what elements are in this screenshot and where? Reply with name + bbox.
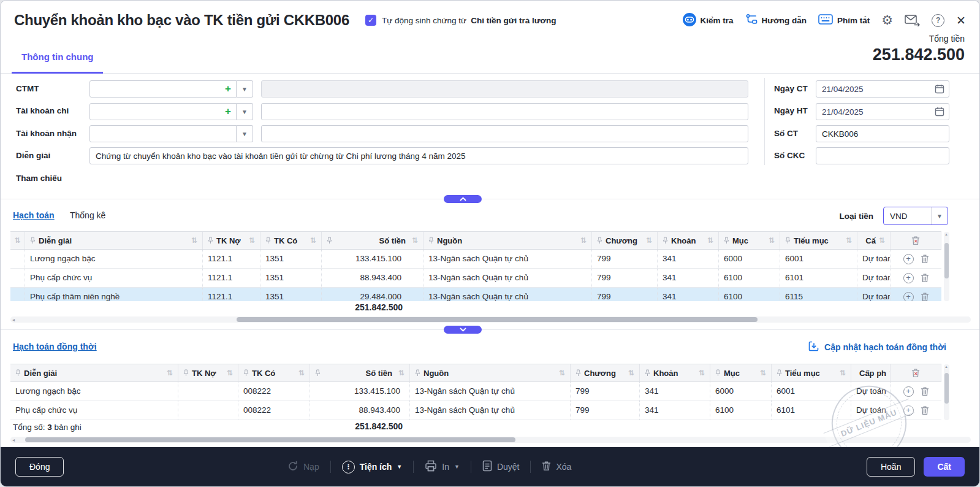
row-actions[interactable]: + <box>891 288 941 301</box>
dien-giai-field[interactable] <box>89 147 748 164</box>
delete-all-column-header[interactable]: ✕ <box>891 364 941 382</box>
cell-nguon: 13-Ngân sách Quận tự chủ <box>424 288 592 301</box>
add-row-icon[interactable]: + <box>903 405 914 416</box>
send-feedback-icon[interactable] <box>905 14 920 26</box>
shortcut-button[interactable]: Phím tắt <box>818 14 870 26</box>
sort-icon: ⇅ <box>14 236 20 245</box>
chevron-down-icon[interactable]: ▼ <box>931 207 948 224</box>
row-handle-column-header[interactable]: ⇅ <box>10 232 25 249</box>
column-header-tk-no[interactable]: TK Nợ⇅ <box>178 364 238 382</box>
column-header-muc[interactable]: Mục⇅ <box>710 364 772 382</box>
tai-khoan-nhan-dropdown-caret[interactable]: ▼ <box>237 125 253 142</box>
close-icon[interactable]: ✕ <box>956 13 966 28</box>
row-actions[interactable]: + <box>891 401 941 420</box>
tab-thong-tin-chung[interactable]: Thông tin chung <box>12 40 103 73</box>
delete-row-icon[interactable] <box>921 405 929 415</box>
row-actions[interactable]: + <box>891 382 941 401</box>
tai-khoan-chi-combo[interactable]: + ▼ <box>89 103 253 120</box>
delete-button[interactable]: Xóa <box>542 461 571 473</box>
column-header-dien-giai[interactable]: Diễn giải⇅ <box>10 364 178 382</box>
collapse-form-pill[interactable] <box>444 195 482 203</box>
row-handle <box>10 250 25 268</box>
delete-all-icon[interactable]: ✕ <box>911 236 920 245</box>
tai-khoan-chi-name-field[interactable] <box>261 103 748 120</box>
column-header-chuong[interactable]: Chương⇅ <box>571 364 640 382</box>
utilities-button[interactable]: ⋮ Tiện ích ▼ <box>342 461 403 474</box>
save-button[interactable]: Cất <box>924 457 965 477</box>
help-icon[interactable]: ? <box>932 14 944 27</box>
column-header-tk-co[interactable]: TK Có⇅ <box>238 364 310 382</box>
tai-khoan-chi-dropdown-caret[interactable]: ▼ <box>237 103 253 120</box>
settings-gear-icon[interactable]: ⚙ <box>881 13 893 28</box>
table-row[interactable]: Phụ cấp chức vụ1121.1135188.943.40013-Ng… <box>10 269 941 288</box>
hold-button[interactable]: Hoãn <box>867 457 915 477</box>
update-dong-thoi-link[interactable]: Cập nhật hạch toán đồng thời <box>808 341 946 353</box>
column-header-khoan[interactable]: Khoản⇅ <box>658 232 719 249</box>
add-row-icon[interactable]: + <box>903 292 914 302</box>
calendar-icon[interactable] <box>935 107 944 119</box>
table-row[interactable]: Phụ cấp thâm niên nghề1121.1135129.484.0… <box>10 288 941 301</box>
table-row[interactable]: Lương ngạch bậc008222133.415.10013-Ngân … <box>10 382 941 401</box>
so-ckc-field[interactable] <box>816 147 949 164</box>
delete-all-icon[interactable]: ✕ <box>911 368 920 378</box>
currency-select[interactable]: VND ▼ <box>883 207 948 225</box>
delete-row-icon[interactable] <box>921 386 929 396</box>
column-header-tieu-muc[interactable]: Tiểu mục⇅ <box>780 232 857 249</box>
refresh-icon <box>287 461 298 474</box>
column-header-khoan[interactable]: Khoản⇅ <box>640 364 710 382</box>
ctmt-dropdown-caret[interactable]: ▼ <box>237 80 253 98</box>
delete-row-icon[interactable] <box>921 273 929 283</box>
cell-dien-giai: Phụ cấp thâm niên nghề <box>25 288 203 301</box>
add-row-icon[interactable]: + <box>903 386 914 397</box>
column-header-nguon[interactable]: Nguồn⇅ <box>424 232 592 249</box>
row-actions[interactable]: + <box>891 269 941 287</box>
column-header-tk-no[interactable]: TK Nợ⇅ <box>203 232 260 249</box>
delete-row-icon[interactable] <box>921 292 929 301</box>
column-header-muc[interactable]: Mục⇅ <box>719 232 780 249</box>
tab-hach-toan[interactable]: Hạch toán <box>13 210 55 220</box>
check-button[interactable]: Kiểm tra <box>683 13 734 28</box>
hach-toan-dong-thoi-title[interactable]: Hạch toán đồng thời <box>13 342 97 351</box>
table1-vertical-scrollbar[interactable]: ▲ <box>944 232 949 301</box>
ngay-ct-field[interactable] <box>816 80 949 98</box>
close-button[interactable]: Đóng <box>15 457 64 477</box>
ngay-ht-field[interactable] <box>816 103 949 120</box>
add-row-icon[interactable]: + <box>903 254 914 264</box>
ctmt-name-field[interactable] <box>261 80 748 98</box>
tai-khoan-nhan-combo[interactable]: ▼ <box>89 125 253 142</box>
column-header-dien-giai[interactable]: Diễn giải⇅ <box>25 232 203 249</box>
guide-button[interactable]: Hướng dẫn <box>745 13 807 28</box>
tai-khoan-nhan-name-field[interactable] <box>261 125 748 142</box>
auto-generate-checkbox[interactable]: ✓ <box>365 15 376 26</box>
add-ctmt-icon[interactable]: + <box>225 83 231 94</box>
calendar-icon[interactable] <box>935 84 944 96</box>
table-row[interactable]: Phụ cấp chức vụ00822288.943.40013-Ngân s… <box>10 401 941 420</box>
delete-all-column-header[interactable]: ✕ <box>891 232 941 249</box>
add-row-icon[interactable]: + <box>903 273 914 283</box>
column-header-cap-phat[interactable]: Cấp ph⇅ <box>851 364 891 382</box>
collapse-table-pill[interactable] <box>444 326 482 334</box>
add-tai-khoan-chi-icon[interactable]: + <box>225 106 231 117</box>
table2-vertical-scrollbar[interactable]: ▲ <box>944 364 949 420</box>
column-header-chuong[interactable]: Chương⇅ <box>592 232 658 249</box>
update-download-icon <box>808 341 819 353</box>
so-ct-field[interactable] <box>816 125 949 142</box>
tab-thong-ke[interactable]: Thống kê <box>70 210 105 220</box>
row-actions[interactable]: + <box>891 250 941 268</box>
column-header-nguon[interactable]: Nguồn⇅ <box>410 364 571 382</box>
column-header-so-tien[interactable]: Số tiền⇅ <box>310 364 410 382</box>
column-header-so-tien[interactable]: Số tiền⇅ <box>322 232 424 249</box>
approve-button[interactable]: Duyệt <box>482 460 520 474</box>
page-horizontal-scrollbar[interactable]: ◂ <box>10 437 971 443</box>
delete-row-icon[interactable] <box>921 254 929 264</box>
print-button[interactable]: In ▼ <box>425 460 460 474</box>
table1-horizontal-scrollbar[interactable]: ◂ <box>10 316 971 323</box>
pin-icon <box>777 369 782 377</box>
column-header-tk-co[interactable]: TK Có⇅ <box>260 232 322 249</box>
cell-chuong: 799 <box>592 288 658 301</box>
reload-button[interactable]: Nạp <box>287 461 319 474</box>
ctmt-combo[interactable]: + ▼ <box>89 80 253 98</box>
column-header-cap-phat[interactable]: Cấ⇅ <box>857 232 891 249</box>
table-row[interactable]: Lương ngạch bậc1121.11351133.415.10013-N… <box>10 250 941 269</box>
column-header-tieu-muc[interactable]: Tiểu mục⇅ <box>772 364 851 382</box>
